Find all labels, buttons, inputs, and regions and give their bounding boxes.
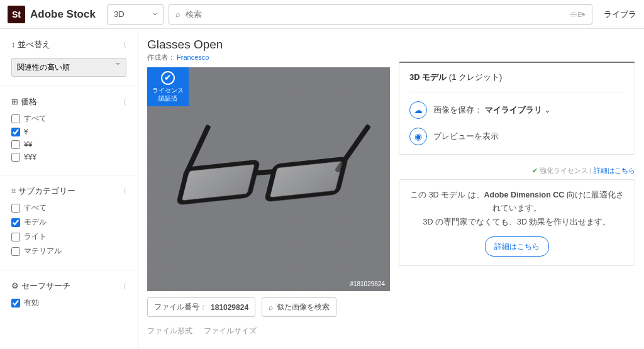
price-header[interactable]: ⊞ 価格 〈 [11, 92, 126, 111]
safesearch-option[interactable]: 有効 [11, 296, 126, 310]
license-badge: ライセンス 認証済 [147, 67, 189, 106]
subcat-option[interactable]: マテリアル [11, 244, 126, 258]
promo-cta-button[interactable]: 詳細はこちら [485, 236, 549, 257]
chevron-left-icon: 〈 [119, 187, 126, 196]
asset-preview[interactable]: ライセンス 認証済 #181029824 [147, 67, 390, 291]
brand-name: Adobe Stock [30, 8, 96, 21]
meta-format-label: ファイル形式 [147, 326, 192, 336]
subcategory-header[interactable]: ⌗ サブカテゴリー 〈 [11, 182, 126, 201]
show-preview[interactable]: ◉ プレビューを表示 [409, 119, 625, 145]
camera-icon[interactable]: ⌯⌲ [569, 9, 586, 19]
asset-title: Glasses Open [147, 38, 390, 52]
nav-library[interactable]: ライブラ [597, 9, 636, 20]
sort-select[interactable]: 関連性の高い順 [11, 58, 126, 77]
price-option[interactable]: ¥¥ [11, 138, 126, 151]
cloud-download-icon: ☁ [409, 101, 427, 119]
asset-id-overlay: #181029824 [350, 280, 385, 287]
subcat-option[interactable]: モデル [11, 215, 126, 230]
grid-icon: ⌗ [11, 186, 16, 196]
price-option[interactable]: すべて [11, 111, 126, 126]
subcat-option[interactable]: すべて [11, 201, 126, 215]
chevron-left-icon: 〈 [119, 282, 126, 291]
meta-size-label: ファイルサイズ [204, 326, 257, 336]
sort-icon: ↕ [11, 40, 16, 49]
gear-icon: ⚙ [11, 281, 19, 291]
chevron-down-icon: ⌄ [544, 105, 551, 114]
subcat-option[interactable]: ライト [11, 230, 126, 244]
chevron-left-icon: 〈 [119, 97, 126, 107]
top-header: St Adobe Stock 3D ⌕ ⌯⌲ ライブラ [0, 0, 644, 29]
price-option[interactable]: ¥ [11, 126, 126, 138]
glasses-model [174, 135, 363, 223]
byline: 作成者： Francesco [147, 53, 390, 62]
enhanced-license-link[interactable]: 詳細はこちら [594, 167, 635, 174]
file-number-chip[interactable]: ファイル番号：181029824 [147, 297, 255, 317]
chevron-left-icon: 〈 [119, 40, 126, 50]
cart-icon: ⊞ [11, 97, 18, 106]
enhanced-license-line: ✔ 強化ライセンス | 詳細はこちら [399, 166, 635, 175]
search-icon: ⌕ [269, 303, 273, 312]
search-icon: ⌕ [175, 9, 180, 19]
purchase-card: 3D モデル (1 クレジット) ☁ 画像を保存： マイライブラリ ⌄ ◉ プレ… [399, 62, 635, 155]
filters-sidebar: ↕ 並べ替え 〈 関連性の高い順 ⊞ 価格 〈 すべて ¥ ¥¥ ¥¥¥ ⌗ サ… [0, 29, 138, 349]
promo-card: この 3D モデル は、Adobe Dimension CC 向けに最適化されて… [399, 179, 635, 266]
search-input[interactable] [186, 9, 564, 19]
search-bar[interactable]: ⌕ ⌯⌲ [169, 4, 592, 25]
author-link[interactable]: Francesco [177, 53, 209, 61]
find-similar-button[interactable]: ⌕ 似た画像を検索 [262, 297, 336, 317]
sort-header[interactable]: ↕ 並べ替え 〈 [11, 35, 126, 54]
check-icon: ✔ [532, 167, 538, 174]
price-option[interactable]: ¥¥¥ [11, 151, 126, 163]
logo-icon: St [8, 6, 25, 23]
category-select[interactable]: 3D [107, 4, 164, 25]
eye-icon: ◉ [409, 128, 427, 145]
safesearch-header[interactable]: ⚙ セーフサーチ 〈 [11, 277, 126, 296]
save-to-library[interactable]: ☁ 画像を保存： マイライブラリ ⌄ [409, 92, 625, 119]
